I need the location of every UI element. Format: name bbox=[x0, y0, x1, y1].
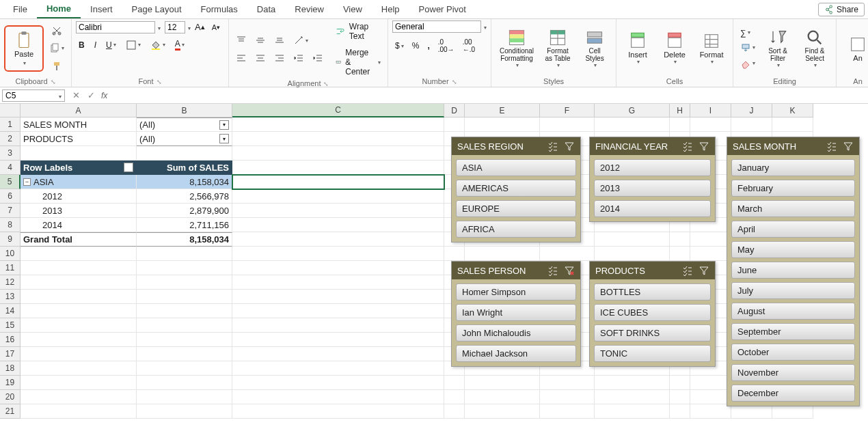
cell[interactable] bbox=[772, 404, 813, 419]
tab-view[interactable]: View bbox=[334, 1, 372, 18]
row-header-3[interactable]: 3 bbox=[0, 146, 21, 161]
analyze-button[interactable]: An bbox=[841, 32, 868, 65]
cell[interactable] bbox=[444, 247, 465, 261]
cell[interactable] bbox=[595, 247, 670, 261]
accounting-button[interactable]: $ bbox=[392, 40, 407, 52]
cell[interactable] bbox=[690, 117, 731, 132]
slicer-item[interactable]: February bbox=[731, 180, 855, 197]
col-header-I[interactable]: I bbox=[690, 104, 731, 117]
align-middle-button[interactable] bbox=[252, 33, 269, 47]
cell[interactable] bbox=[540, 247, 595, 261]
multi-select-icon[interactable] bbox=[826, 141, 837, 152]
cell[interactable] bbox=[444, 376, 465, 390]
row-header-16[interactable]: 16 bbox=[0, 333, 21, 347]
pivot-year[interactable]: 2012 bbox=[21, 189, 137, 204]
cell[interactable] bbox=[232, 290, 444, 304]
col-header-A[interactable]: A bbox=[21, 104, 137, 117]
cell[interactable] bbox=[21, 275, 137, 290]
cell[interactable] bbox=[232, 189, 444, 204]
row-header-21[interactable]: 21 bbox=[0, 404, 21, 419]
col-header-C[interactable]: C bbox=[232, 104, 444, 117]
font-size-combo[interactable] bbox=[165, 21, 185, 33]
cell[interactable] bbox=[670, 117, 690, 132]
cell[interactable] bbox=[137, 390, 232, 404]
cell[interactable] bbox=[690, 376, 731, 390]
cell[interactable] bbox=[21, 347, 137, 361]
cell[interactable] bbox=[595, 232, 670, 247]
cell[interactable] bbox=[690, 232, 731, 247]
slicer-item[interactable]: AFRICA bbox=[456, 221, 576, 238]
clear-filter-icon[interactable] bbox=[699, 141, 709, 152]
font-dialog-icon[interactable] bbox=[157, 77, 162, 85]
slicer-item[interactable]: May bbox=[731, 241, 855, 258]
row-header-14[interactable]: 14 bbox=[0, 304, 21, 318]
share-button[interactable]: Share bbox=[818, 3, 865, 16]
cell[interactable] bbox=[444, 390, 465, 404]
cell[interactable] bbox=[137, 361, 232, 376]
cell[interactable] bbox=[232, 261, 444, 275]
slicer-item[interactable]: 2013 bbox=[594, 180, 711, 197]
cell[interactable] bbox=[670, 390, 690, 404]
cell-styles-button[interactable]: Cell Styles bbox=[578, 25, 612, 71]
insert-cells-button[interactable]: Insert bbox=[621, 29, 655, 68]
row-header-6[interactable]: 6 bbox=[0, 189, 21, 204]
pivot-region[interactable]: −ASIA bbox=[21, 175, 137, 189]
cell[interactable] bbox=[232, 132, 444, 146]
slicer-item[interactable]: January bbox=[731, 159, 855, 176]
col-header-F[interactable]: F bbox=[540, 104, 595, 117]
cell[interactable] bbox=[444, 117, 465, 132]
slicer-item[interactable]: John Michaloudis bbox=[456, 324, 576, 342]
cell[interactable] bbox=[21, 376, 137, 390]
cell[interactable] bbox=[21, 247, 137, 261]
slicer-item[interactable]: July bbox=[731, 282, 855, 299]
cell[interactable] bbox=[137, 275, 232, 290]
increase-font-button[interactable]: A▴ bbox=[192, 20, 208, 33]
paste-button[interactable]: Paste bbox=[7, 28, 41, 69]
cell[interactable] bbox=[232, 161, 444, 175]
cell[interactable] bbox=[137, 304, 232, 318]
cell[interactable] bbox=[232, 318, 444, 333]
row-header-12[interactable]: 12 bbox=[0, 275, 21, 290]
cell[interactable] bbox=[540, 404, 595, 419]
find-select-button[interactable]: Find & Select bbox=[798, 25, 832, 71]
cell[interactable] bbox=[232, 204, 444, 218]
cell[interactable] bbox=[670, 232, 690, 247]
cell[interactable] bbox=[690, 390, 731, 404]
row-header-13[interactable]: 13 bbox=[0, 290, 21, 304]
pivot-filter-value[interactable]: (All)▾ bbox=[137, 132, 232, 146]
slicer-item[interactable]: TONIC bbox=[594, 345, 711, 362]
cell[interactable] bbox=[232, 347, 444, 361]
cell[interactable] bbox=[21, 304, 137, 318]
slicer-item[interactable]: 2014 bbox=[594, 200, 711, 217]
cell[interactable] bbox=[772, 117, 813, 132]
tab-formulas[interactable]: Formulas bbox=[191, 1, 247, 18]
tab-home[interactable]: Home bbox=[37, 0, 81, 18]
alignment-dialog-icon[interactable] bbox=[323, 79, 329, 87]
slicer-item[interactable]: December bbox=[731, 385, 855, 402]
row-header-4[interactable]: 4 bbox=[0, 161, 21, 175]
decrease-indent-button[interactable] bbox=[290, 51, 307, 65]
bold-button[interactable]: B bbox=[76, 39, 87, 51]
sort-filter-button[interactable]: Sort & Filter bbox=[761, 25, 795, 71]
slicer-item[interactable]: ASIA bbox=[456, 159, 576, 176]
cell[interactable] bbox=[595, 117, 670, 132]
cell[interactable] bbox=[540, 376, 595, 390]
cell[interactable] bbox=[690, 404, 731, 419]
increase-indent-button[interactable] bbox=[310, 51, 326, 65]
slicer-item[interactable]: November bbox=[731, 364, 855, 381]
cell[interactable] bbox=[232, 117, 444, 132]
cell[interactable] bbox=[465, 247, 540, 261]
row-header-17[interactable]: 17 bbox=[0, 347, 21, 361]
slicer-products[interactable]: PRODUCTSBOTTLESICE CUBESSOFT DRINKSTONIC bbox=[589, 261, 716, 367]
cell[interactable] bbox=[137, 404, 232, 419]
slicer-item[interactable]: August bbox=[731, 303, 855, 320]
cell[interactable] bbox=[137, 347, 232, 361]
clipboard-dialog-icon[interactable] bbox=[51, 77, 56, 85]
cell[interactable] bbox=[232, 404, 444, 419]
cell[interactable] bbox=[465, 117, 540, 132]
cell[interactable] bbox=[21, 318, 137, 333]
cell[interactable] bbox=[670, 376, 690, 390]
fill-button[interactable] bbox=[737, 41, 758, 55]
row-header-18[interactable]: 18 bbox=[0, 361, 21, 376]
col-header-E[interactable]: E bbox=[465, 104, 540, 117]
